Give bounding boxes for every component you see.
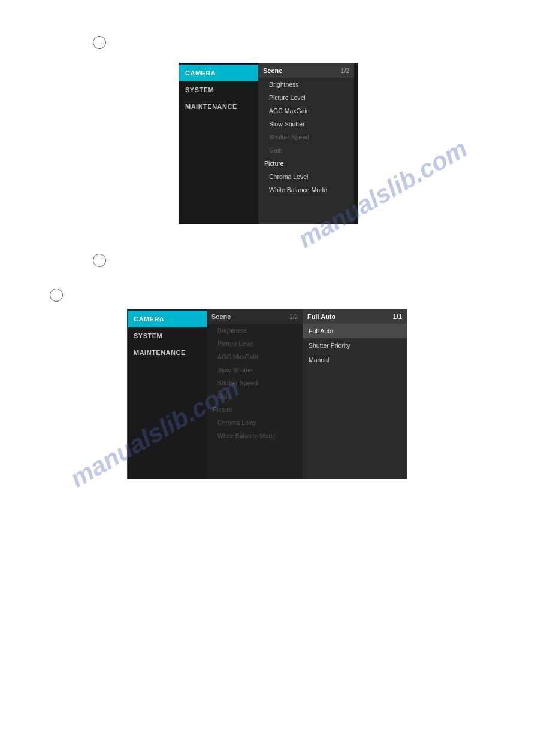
mid-item-white-balance-1[interactable]: White Balance Mode xyxy=(258,183,354,196)
mid-item-chroma-level-2[interactable]: Chroma Level xyxy=(207,416,303,429)
mid-item-gain-1[interactable]: Gain xyxy=(258,144,354,157)
mid-item-agc-maxgain-2[interactable]: AGC MaxGain xyxy=(207,350,303,363)
mid-header-1: Scene 1/2 xyxy=(258,63,354,78)
nav-item-maintenance-2[interactable]: MAINTENANCE xyxy=(128,344,207,361)
nav-item-camera-2[interactable]: CAMERA xyxy=(128,311,207,327)
menu-screenshot-1: CAMERA SYSTEM MAINTENANCE Scene 1/2 Brig… xyxy=(179,63,358,224)
mid-page-num-1: 1/2 xyxy=(341,68,349,74)
page: CAMERA SYSTEM MAINTENANCE Scene 1/2 Brig… xyxy=(0,0,535,756)
menu-screenshot-2: CAMERA SYSTEM MAINTENANCE Scene 1/2 Brig… xyxy=(127,309,407,479)
nav-column-1: CAMERA SYSTEM MAINTENANCE xyxy=(179,63,258,224)
right-item-shutter-priority[interactable]: Shutter Priority xyxy=(303,338,407,353)
nav-item-camera-1[interactable]: CAMERA xyxy=(179,65,258,81)
mid-header-2: Scene 1/2 xyxy=(207,309,303,324)
mid-item-agc-maxgain-1[interactable]: AGC MaxGain xyxy=(258,104,354,117)
mid-item-gain-2[interactable]: Gain xyxy=(207,390,303,403)
right-page-num-2: 1/1 xyxy=(393,313,402,320)
mid-header-label-2: Scene xyxy=(211,313,231,320)
right-item-manual[interactable]: Manual xyxy=(303,353,407,367)
right-header-label-2: Full Auto xyxy=(307,313,335,320)
mid-item-chroma-level-1[interactable]: Chroma Level xyxy=(258,170,354,183)
mid-item-picture-level-2[interactable]: Picture Level xyxy=(207,337,303,350)
mid-item-brightness-1[interactable]: Brightness xyxy=(258,78,354,91)
right-column-2: Full Auto 1/1 Full Auto Shutter Priority… xyxy=(303,309,407,479)
mid-column-1: Scene 1/2 Brightness Picture Level AGC M… xyxy=(258,63,354,224)
nav-item-system-2[interactable]: SYSTEM xyxy=(128,327,207,344)
mid-item-picture-group-1[interactable]: Picture xyxy=(258,157,354,170)
mid-item-shutter-speed-1[interactable]: Shutter Speed xyxy=(258,130,354,144)
right-header-2: Full Auto 1/1 xyxy=(303,309,407,324)
nav-item-maintenance-1[interactable]: MAINTENANCE xyxy=(179,98,258,115)
mid-item-slow-shutter-1[interactable]: Slow Shutter xyxy=(258,117,354,130)
bullet-circle-2 xyxy=(93,254,106,267)
right-item-full-auto[interactable]: Full Auto xyxy=(303,324,407,338)
bullet-circle-1 xyxy=(93,36,106,49)
nav-item-system-1[interactable]: SYSTEM xyxy=(179,81,258,98)
bullet-circle-3 xyxy=(50,289,63,302)
mid-column-2: Scene 1/2 Brightness Picture Level AGC M… xyxy=(207,309,303,479)
mid-item-picture-group-2[interactable]: Picture xyxy=(207,403,303,416)
mid-item-slow-shutter-2[interactable]: Slow Shutter xyxy=(207,363,303,377)
mid-item-picture-level-1[interactable]: Picture Level xyxy=(258,91,354,104)
mid-item-brightness-2[interactable]: Brightness xyxy=(207,324,303,337)
mid-header-label-1: Scene xyxy=(263,67,282,74)
mid-page-num-2: 1/2 xyxy=(289,314,298,320)
mid-item-shutter-speed-2[interactable]: Shutter Speed xyxy=(207,377,303,390)
mid-item-white-balance-2[interactable]: White Balance Mode xyxy=(207,429,303,442)
nav-column-2: CAMERA SYSTEM MAINTENANCE xyxy=(128,309,207,479)
